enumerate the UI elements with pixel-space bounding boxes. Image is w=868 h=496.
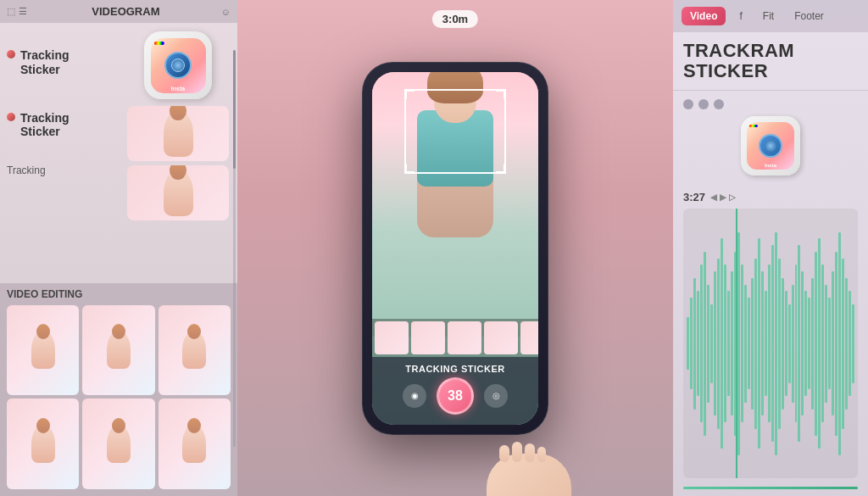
- waveform-bar: [815, 252, 817, 436]
- left-preview: Insta: [119, 23, 237, 283]
- gf4: [31, 425, 55, 463]
- counter-value: 38: [448, 388, 463, 404]
- tab-fit[interactable]: Fit: [756, 7, 781, 25]
- waveform-bar: [748, 298, 750, 389]
- finger-3: [525, 443, 535, 462]
- tracking-label: TRACKING STICKER: [405, 364, 504, 374]
- right-insta-preview: Insta: [673, 91, 868, 184]
- gf3: [182, 331, 206, 369]
- waveform-bar: [775, 232, 777, 455]
- waveform-canvas: [683, 209, 858, 478]
- small-thumbnails: [127, 106, 229, 220]
- waveform-bar: [758, 238, 760, 449]
- strip-thumb-5: [520, 321, 538, 354]
- app-container: ⬚ ☰ VIDEOGRAM ☺ Tracking Sticker Trackin…: [0, 0, 868, 496]
- waveform-bar: [818, 238, 821, 449]
- waveform-bar: [737, 232, 740, 455]
- controls-row: ◉ 38 ◎: [403, 377, 508, 415]
- scroll-indicator: [233, 50, 236, 447]
- insta-label: Insta: [171, 86, 185, 92]
- waveform-bar: [741, 265, 743, 422]
- thumb-figure-2: [164, 170, 193, 216]
- center-area: 3:0m: [237, 0, 673, 496]
- waveform-bar: [821, 265, 824, 422]
- sidebar-label-3: Tracking: [7, 164, 46, 176]
- waveform-bar: [754, 259, 757, 429]
- gf2: [107, 331, 131, 369]
- insta-icon-large[interactable]: Insta: [144, 31, 212, 99]
- phone-thumbstrip: [372, 319, 538, 357]
- left-header: ⬚ ☰ VIDEOGRAM ☺: [0, 0, 237, 23]
- waveform-bar: [798, 245, 800, 442]
- right-controls-row: [683, 99, 724, 109]
- waveform-bar: [727, 291, 730, 396]
- ctrl-dot-3: [714, 99, 724, 109]
- tab-f[interactable]: f: [732, 7, 748, 25]
- corner-br: [496, 164, 506, 174]
- waveform-bar: [795, 265, 798, 422]
- left-panel: ⬚ ☰ VIDEOGRAM ☺ Tracking Sticker Trackin…: [0, 0, 237, 496]
- tab-video[interactable]: Video: [682, 7, 726, 25]
- waveform-bar: [832, 271, 834, 415]
- tab-footer[interactable]: Footer: [787, 7, 831, 25]
- rainbow-bar: [154, 42, 164, 45]
- right-title-line2: STICKER: [683, 61, 858, 81]
- left-icon2: ☰: [19, 6, 27, 17]
- finger-4: [537, 447, 546, 462]
- camera-lens: [164, 52, 192, 79]
- sidebar-item-tracking-2[interactable]: Tracking Sticker: [7, 108, 112, 143]
- waveform-bars: [683, 209, 858, 478]
- waveform-bar: [721, 238, 723, 449]
- waveform-bar: [717, 259, 720, 429]
- phone-screen: TRACKING STICKER ◉ 38 ◎: [372, 72, 538, 425]
- sidebar-label-1: Tracking Sticker: [20, 48, 112, 77]
- grid-thumb-2: [82, 305, 154, 396]
- waveform-bar: [687, 317, 689, 370]
- app-title: VIDEOGRAM: [31, 5, 221, 18]
- waveform-bar: [704, 252, 706, 436]
- waveform-bar: [849, 291, 851, 396]
- grid-thumb-5: [82, 398, 154, 489]
- waveform-bar: [771, 245, 774, 442]
- corner-tl: [404, 89, 415, 99]
- corner-tr: [496, 89, 506, 99]
- waveform-bar: [744, 285, 747, 403]
- waveform-playhead: [736, 209, 737, 478]
- right-insta-label: Insta: [765, 163, 776, 168]
- corner-bl: [404, 164, 415, 174]
- waveform-bar: [792, 285, 794, 403]
- waveform-bar: [838, 232, 841, 455]
- prev-button[interactable]: ◉: [403, 384, 426, 408]
- waveform-timer: 3:27 ◀ ▶ ▷: [683, 191, 858, 203]
- gf6: [182, 425, 206, 463]
- thumb-2: [127, 165, 229, 220]
- waveform-area: 3:27 ◀ ▶ ▷: [673, 184, 868, 496]
- prev-icon: ◉: [411, 391, 419, 400]
- waveform-bar: [731, 271, 733, 415]
- video-editing-label: VIDEO EDITING: [7, 288, 231, 300]
- grid-thumb-4: [7, 398, 79, 489]
- waveform-bar: [808, 298, 810, 389]
- right-insta-inner: Insta: [747, 122, 794, 170]
- right-icon: ☺: [221, 7, 231, 17]
- waveform-bar: [785, 291, 787, 396]
- counter-button[interactable]: 38: [437, 377, 474, 415]
- waveform-bar: [714, 271, 716, 415]
- waveform-bar: [697, 291, 699, 396]
- waveform-bar: [845, 278, 848, 410]
- next-button[interactable]: ◎: [484, 384, 508, 408]
- strip-thumb-2: [411, 321, 445, 354]
- waveform-bar: [700, 265, 703, 422]
- sidebar-item-tracking-1[interactable]: Tracking Sticker: [7, 45, 112, 81]
- tracking-box: [404, 89, 506, 174]
- right-header: Video f Fit Footer: [673, 0, 868, 32]
- waveform-bar: [828, 298, 831, 389]
- teal-progress-line: [683, 487, 858, 489]
- waveform-bar: [761, 271, 764, 415]
- waveform-bar: [852, 304, 854, 383]
- right-insta-icon[interactable]: Insta: [741, 116, 800, 176]
- waveform-bar: [690, 298, 693, 389]
- waveform-bar: [842, 259, 844, 429]
- camera-lens-inner: [171, 59, 185, 72]
- sidebar-item-tracking-3[interactable]: Tracking: [7, 161, 112, 180]
